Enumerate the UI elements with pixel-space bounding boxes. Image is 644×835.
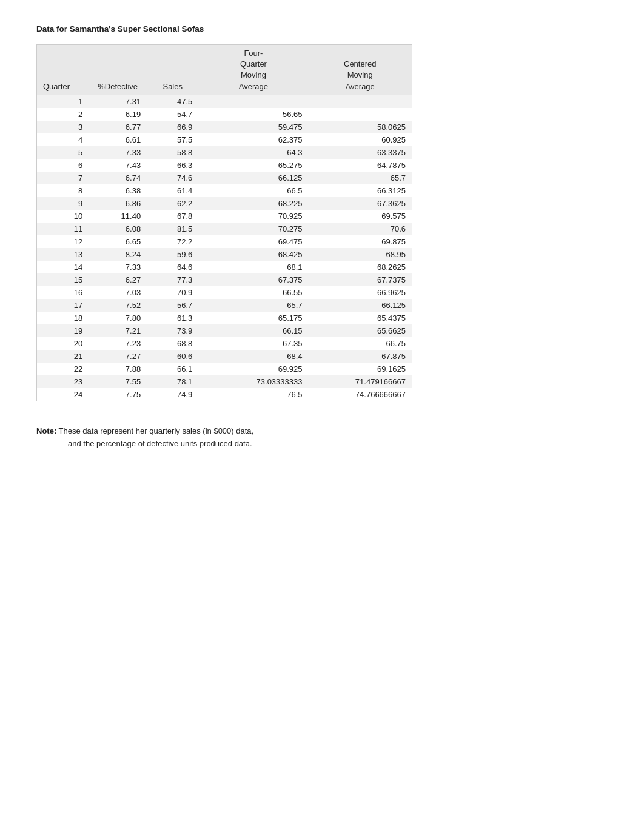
cell-defective: 7.03 — [89, 286, 147, 299]
cell-quarter: 10 — [37, 210, 89, 223]
table-row: 147.3364.668.168.2625 — [37, 261, 412, 273]
table-row: 207.2368.867.3566.75 — [37, 337, 412, 350]
cell-quarter: 5 — [37, 146, 89, 159]
cell-fqma: 62.375 — [198, 133, 308, 146]
cell-sales: 81.5 — [147, 223, 198, 235]
cell-sales: 78.1 — [147, 375, 198, 388]
cell-defective: 7.43 — [89, 159, 147, 172]
cell-quarter: 22 — [37, 363, 89, 375]
cell-defective: 6.86 — [89, 197, 147, 210]
cell-fqma: 65.275 — [198, 159, 308, 172]
data-table: Quarter %Defective Sales Four-QuarterMov… — [37, 45, 412, 401]
cell-cma: 74.766666667 — [308, 388, 412, 401]
cell-cma — [308, 108, 412, 121]
table-row: 36.7766.959.47558.0625 — [37, 121, 412, 133]
cell-cma: 67.7375 — [308, 273, 412, 286]
cell-fqma: 67.35 — [198, 337, 308, 350]
cell-defective: 6.38 — [89, 184, 147, 197]
table-row: 247.7574.976.574.766666667 — [37, 388, 412, 401]
table-row: 167.0370.966.5566.9625 — [37, 286, 412, 299]
header-quarter: Quarter — [37, 45, 89, 95]
cell-cma: 68.95 — [308, 248, 412, 261]
page-title: Data for Samantha's Super Sectional Sofa… — [36, 24, 608, 33]
cell-quarter: 15 — [37, 273, 89, 286]
cell-quarter: 17 — [37, 299, 89, 312]
cell-defective: 6.27 — [89, 273, 147, 286]
cell-quarter: 6 — [37, 159, 89, 172]
note-label: Note: — [36, 426, 56, 435]
cell-cma — [308, 95, 412, 108]
cell-sales: 72.2 — [147, 235, 198, 248]
cell-defective: 6.08 — [89, 223, 147, 235]
cell-quarter: 8 — [37, 184, 89, 197]
cell-fqma: 59.475 — [198, 121, 308, 133]
cell-fqma: 64.3 — [198, 146, 308, 159]
cell-cma: 65.4375 — [308, 312, 412, 324]
cell-quarter: 9 — [37, 197, 89, 210]
cell-cma: 66.125 — [308, 299, 412, 312]
cell-sales: 70.9 — [147, 286, 198, 299]
cell-quarter: 1 — [37, 95, 89, 108]
cell-defective: 7.55 — [89, 375, 147, 388]
table-row: 67.4366.365.27564.7875 — [37, 159, 412, 172]
cell-quarter: 13 — [37, 248, 89, 261]
cell-fqma: 66.55 — [198, 286, 308, 299]
cell-sales: 59.6 — [147, 248, 198, 261]
cell-defective: 7.33 — [89, 146, 147, 159]
table-row: 76.7474.666.12565.7 — [37, 172, 412, 184]
cell-defective: 7.23 — [89, 337, 147, 350]
cell-sales: 61.3 — [147, 312, 198, 324]
table-row: 86.3861.466.566.3125 — [37, 184, 412, 197]
cell-defective: 6.19 — [89, 108, 147, 121]
cell-quarter: 24 — [37, 388, 89, 401]
cell-quarter: 3 — [37, 121, 89, 133]
table-row: 126.6572.269.47569.875 — [37, 235, 412, 248]
data-table-wrapper: Quarter %Defective Sales Four-QuarterMov… — [36, 44, 412, 401]
cell-quarter: 2 — [37, 108, 89, 121]
cell-sales: 47.5 — [147, 95, 198, 108]
cell-cma: 67.3625 — [308, 197, 412, 210]
table-row: 227.8866.169.92569.1625 — [37, 363, 412, 375]
cell-fqma: 68.1 — [198, 261, 308, 273]
cell-cma: 70.6 — [308, 223, 412, 235]
cell-quarter: 18 — [37, 312, 89, 324]
cell-sales: 66.9 — [147, 121, 198, 133]
cell-cma: 67.875 — [308, 350, 412, 363]
cell-cma: 68.2625 — [308, 261, 412, 273]
cell-fqma — [198, 95, 308, 108]
cell-sales: 73.9 — [147, 324, 198, 337]
cell-quarter: 12 — [37, 235, 89, 248]
table-row: 17.3147.5 — [37, 95, 412, 108]
cell-fqma: 66.125 — [198, 172, 308, 184]
cell-defective: 7.21 — [89, 324, 147, 337]
cell-defective: 7.31 — [89, 95, 147, 108]
cell-cma: 66.75 — [308, 337, 412, 350]
table-row: 177.5256.765.766.125 — [37, 299, 412, 312]
cell-defective: 6.74 — [89, 172, 147, 184]
cell-quarter: 23 — [37, 375, 89, 388]
cell-sales: 66.1 — [147, 363, 198, 375]
cell-defective: 7.88 — [89, 363, 147, 375]
header-defective: %Defective — [89, 45, 147, 95]
cell-fqma: 70.925 — [198, 210, 308, 223]
cell-fqma: 68.425 — [198, 248, 308, 261]
cell-quarter: 14 — [37, 261, 89, 273]
cell-quarter: 20 — [37, 337, 89, 350]
cell-fqma: 73.03333333 — [198, 375, 308, 388]
cell-cma: 65.7 — [308, 172, 412, 184]
table-row: 138.2459.668.42568.95 — [37, 248, 412, 261]
table-row: 156.2777.367.37567.7375 — [37, 273, 412, 286]
cell-cma: 66.3125 — [308, 184, 412, 197]
cell-sales: 56.7 — [147, 299, 198, 312]
cell-sales: 61.4 — [147, 184, 198, 197]
cell-cma: 66.9625 — [308, 286, 412, 299]
cell-fqma: 65.7 — [198, 299, 308, 312]
cell-quarter: 19 — [37, 324, 89, 337]
cell-sales: 74.9 — [147, 388, 198, 401]
cell-sales: 57.5 — [147, 133, 198, 146]
cell-defective: 7.80 — [89, 312, 147, 324]
cell-quarter: 21 — [37, 350, 89, 363]
cell-defective: 6.61 — [89, 133, 147, 146]
table-row: 116.0881.570.27570.6 — [37, 223, 412, 235]
table-row: 237.5578.173.0333333371.479166667 — [37, 375, 412, 388]
